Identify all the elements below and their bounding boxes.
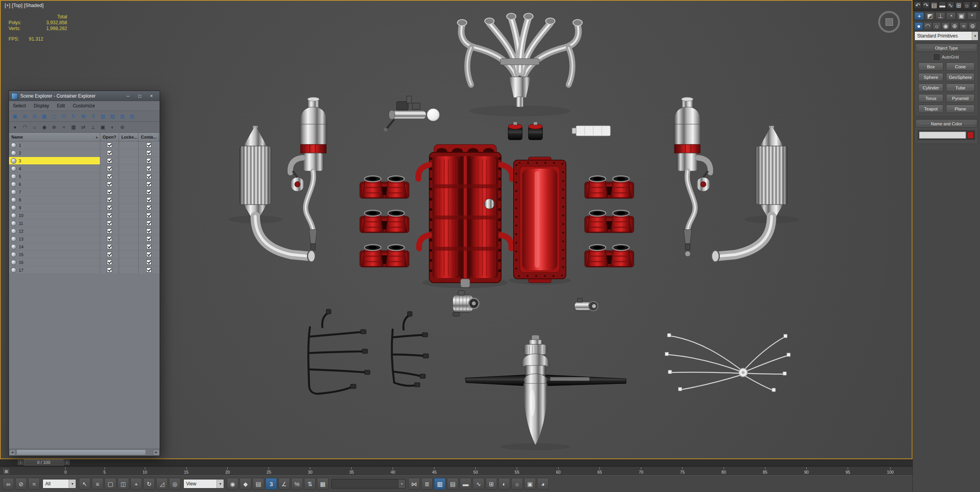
shapes-category[interactable]: ◠	[923, 22, 932, 30]
display-tab[interactable]: ▣	[957, 12, 966, 20]
contained-checkbox[interactable]	[146, 228, 151, 234]
viewcube-top-face[interactable]	[886, 18, 893, 26]
named-selection-sets-dropdown[interactable]	[331, 479, 406, 488]
open-checkbox[interactable]	[107, 158, 112, 163]
table-row[interactable]: 7	[9, 188, 160, 196]
filter-shapes-icon[interactable]: ◠	[20, 123, 29, 132]
redo-icon[interactable]: ↷	[922, 2, 930, 9]
next-frame-button[interactable]: ›	[64, 459, 70, 465]
viewport-menu-general[interactable]: [+]	[5, 3, 10, 8]
geosphere-button[interactable]: GeoSphere	[946, 73, 975, 81]
filter-cameras-icon[interactable]: ◉	[40, 123, 49, 132]
menu-select[interactable]: Select	[9, 103, 30, 109]
create-tab[interactable]: +	[914, 12, 924, 20]
select-and-move-icon[interactable]: +	[130, 478, 142, 490]
systems-category[interactable]: ⊚	[968, 22, 977, 30]
contained-checkbox[interactable]	[146, 197, 151, 202]
starboard-riser-assembly[interactable]	[674, 97, 710, 257]
ignition-coils[interactable]	[508, 122, 542, 140]
cylinder-button[interactable]: Cylinder	[918, 84, 943, 92]
contained-checkbox[interactable]	[146, 205, 151, 210]
table-row[interactable]: 15	[9, 251, 160, 258]
inherit-container-icon[interactable]: ⊞	[20, 112, 29, 121]
keyboard-override-icon[interactable]: ▤	[253, 478, 264, 490]
table-row[interactable]: 3	[9, 157, 160, 165]
open-checkbox[interactable]	[107, 143, 112, 148]
menu-customize[interactable]: Customize	[69, 103, 99, 109]
viewcube[interactable]	[878, 11, 900, 33]
filter-materials-icon[interactable]: ◐	[108, 123, 117, 132]
selection-filter-dropdown[interactable]: All	[43, 479, 76, 488]
lights-category[interactable]: ☼	[932, 22, 941, 30]
open-checkbox[interactable]	[107, 189, 112, 194]
throttle-assembly[interactable]	[384, 96, 439, 132]
scrollbar-thumb[interactable]	[16, 449, 146, 455]
open-container-icon[interactable]: ▢	[50, 112, 59, 121]
table-row[interactable]: 4	[9, 165, 160, 173]
align-icon[interactable]: ≣	[421, 478, 433, 490]
percent-snap-icon[interactable]: %	[291, 478, 303, 490]
oil-pan[interactable]	[514, 157, 566, 283]
filter-bones-icon[interactable]: ⊥	[89, 123, 98, 132]
gauge-cluster[interactable]	[572, 126, 610, 136]
graphite-ribbon-icon[interactable]: ▬	[939, 2, 946, 9]
container-rules-icon[interactable]: ▤	[128, 112, 137, 121]
minimize-button[interactable]: –	[122, 92, 134, 100]
tube-button[interactable]: Tube	[946, 84, 975, 92]
object-color-swatch[interactable]	[967, 132, 974, 139]
spinner-snap-icon[interactable]: ⇅	[304, 478, 316, 490]
render-production-icon[interactable]: ◕	[537, 478, 549, 490]
geometry-category[interactable]: ●	[914, 22, 923, 30]
time-slider[interactable]: 0 / 100	[24, 459, 64, 465]
scroll-right-icon[interactable]: ►	[153, 449, 160, 456]
open-checkbox[interactable]	[107, 174, 112, 179]
ribbon-toggle-icon[interactable]: ▬	[460, 478, 471, 490]
box-button[interactable]: Box	[918, 62, 943, 71]
select-and-scale-icon[interactable]: ◿	[156, 478, 168, 490]
horizontal-scrollbar[interactable]: ◄ ►	[9, 449, 160, 456]
save-container-icon[interactable]: ⊡	[59, 112, 68, 121]
select-and-link-icon[interactable]: ∞	[2, 478, 14, 490]
scroll-left-icon[interactable]: ◄	[9, 449, 16, 456]
starboard-muffler[interactable]	[711, 125, 787, 262]
previous-frame-button[interactable]: ‹	[17, 459, 24, 465]
filter-groups-icon[interactable]: ▦	[69, 123, 78, 132]
table-row[interactable]: 17	[9, 266, 160, 274]
merge-container-icon[interactable]: ⊟	[30, 112, 39, 121]
contained-checkbox[interactable]	[146, 244, 151, 249]
open-checkbox[interactable]	[107, 252, 112, 257]
table-row[interactable]: 11	[9, 219, 160, 227]
edit-named-sets-icon[interactable]: ▦	[317, 478, 329, 490]
reload-container-icon[interactable]: ↻	[69, 112, 78, 121]
open-checkbox[interactable]	[107, 228, 112, 234]
table-row[interactable]: 14	[9, 243, 160, 251]
contained-checkbox[interactable]	[146, 143, 151, 148]
render-setup-icon[interactable]: ☼	[963, 2, 971, 9]
carb-stack-right-2[interactable]	[585, 210, 634, 233]
carb-stack-left-1[interactable]	[360, 176, 409, 199]
carb-stack-left-2[interactable]	[360, 210, 409, 233]
torus-button[interactable]: Torus	[918, 94, 943, 102]
make-unique-icon[interactable]: ▨	[98, 112, 107, 121]
curve-editor-icon[interactable]: ∿	[473, 478, 484, 490]
table-row[interactable]: 1	[9, 141, 160, 149]
track-bar[interactable]: ▦ 05101520253035404550556065707580859095…	[0, 466, 912, 475]
filter-containers-icon[interactable]: ▣	[98, 123, 107, 132]
filter-xrefs-icon[interactable]: ⇄	[79, 123, 88, 132]
table-row[interactable]: 10	[9, 212, 160, 219]
override-properties-icon[interactable]: ▥	[118, 112, 127, 121]
hierarchy-tab[interactable]: ⊥	[936, 12, 945, 20]
viewport-menu-pov[interactable]: [Top]	[12, 3, 22, 8]
sphere-button[interactable]: Sphere	[918, 73, 943, 81]
open-checkbox[interactable]	[107, 182, 112, 187]
layer-manager-icon[interactable]: ▤	[930, 2, 938, 9]
render-setup-icon[interactable]: ☼	[511, 478, 523, 490]
scene-explorer-toggle-icon[interactable]: ▥	[434, 478, 446, 490]
open-checkbox[interactable]	[107, 260, 112, 265]
contained-checkbox[interactable]	[146, 174, 151, 179]
contained-checkbox[interactable]	[146, 236, 151, 241]
open-checkbox[interactable]	[107, 205, 112, 210]
carb-stack-right-3[interactable]	[585, 245, 634, 267]
close-button[interactable]: ×	[146, 92, 157, 100]
mirror-icon[interactable]: ⋈	[408, 478, 420, 490]
